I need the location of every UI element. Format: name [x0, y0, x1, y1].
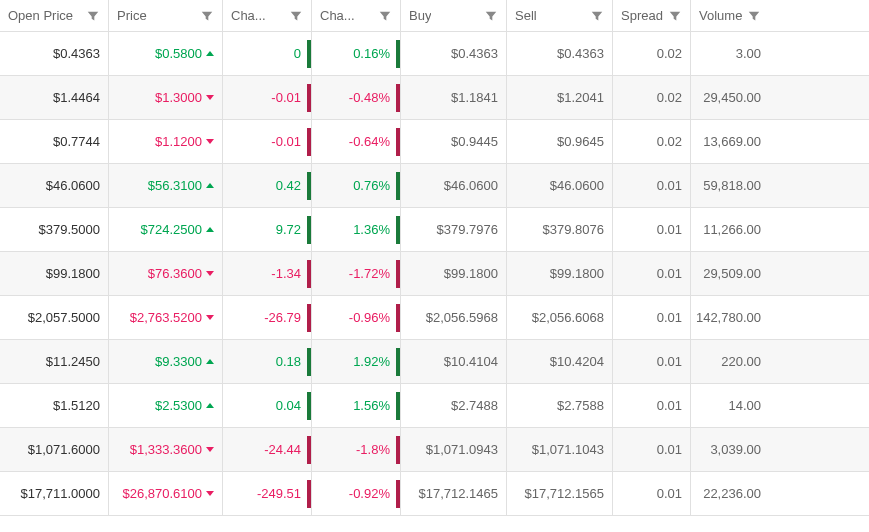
cell-open-price: $0.4363	[0, 32, 109, 75]
cell-volume: 11,266.00	[691, 208, 769, 251]
spread-value: 0.01	[657, 398, 682, 413]
change-percent-value: -0.64%	[349, 134, 390, 149]
change-percent-bar-icon	[396, 480, 400, 508]
change-bar-icon	[307, 304, 311, 332]
table-row[interactable]: $46.0600$56.31000.420.76%$46.0600$46.060…	[0, 164, 869, 208]
cell-change: -0.01	[223, 76, 312, 119]
change-bar-icon	[307, 480, 311, 508]
cell-sell: $46.0600	[507, 164, 613, 207]
volume-value: 14.00	[728, 398, 761, 413]
filter-icon[interactable]	[86, 9, 100, 23]
volume-value: 3.00	[736, 46, 761, 61]
change-value: -1.34	[271, 266, 301, 281]
cell-volume: 14.00	[691, 384, 769, 427]
cell-spread: 0.02	[613, 32, 691, 75]
spread-value: 0.01	[657, 310, 682, 325]
up-arrow-icon	[206, 227, 214, 232]
cell-price: $2.5300	[109, 384, 223, 427]
cell-open-price: $99.1800	[0, 252, 109, 295]
filter-icon[interactable]	[668, 9, 682, 23]
open-price-value: $17,711.0000	[20, 486, 100, 501]
cell-buy: $2.7488	[401, 384, 507, 427]
table-row[interactable]: $0.4363$0.580000.16%$0.4363$0.43630.023.…	[0, 32, 869, 76]
table-row[interactable]: $1.5120$2.53000.041.56%$2.7488$2.75880.0…	[0, 384, 869, 428]
change-value: -249.51	[257, 486, 301, 501]
change-value: 0	[294, 46, 301, 61]
col-header-spread[interactable]: Spread	[613, 0, 691, 31]
change-percent-bar-icon	[396, 128, 400, 156]
sell-value: $1,071.1043	[532, 442, 604, 457]
table-row[interactable]: $17,711.0000$26,870.6100-249.51-0.92%$17…	[0, 472, 869, 516]
cell-open-price: $17,711.0000	[0, 472, 109, 515]
open-price-value: $99.1800	[46, 266, 100, 281]
cell-spread: 0.01	[613, 208, 691, 251]
change-value: 0.42	[276, 178, 301, 193]
volume-value: 29,509.00	[703, 266, 761, 281]
buy-value: $0.9445	[451, 134, 498, 149]
cell-change-percent: 1.36%	[312, 208, 401, 251]
open-price-value: $1.4464	[53, 90, 100, 105]
cell-price: $76.3600	[109, 252, 223, 295]
change-percent-value: 1.92%	[353, 354, 390, 369]
cell-open-price: $2,057.5000	[0, 296, 109, 339]
filter-icon[interactable]	[200, 9, 214, 23]
sell-value: $46.0600	[550, 178, 604, 193]
table-row[interactable]: $1.4464$1.3000-0.01-0.48%$1.1841$1.20410…	[0, 76, 869, 120]
cell-buy: $379.7976	[401, 208, 507, 251]
change-percent-bar-icon	[396, 348, 400, 376]
buy-value: $46.0600	[444, 178, 498, 193]
col-header-volume[interactable]: Volume	[691, 0, 769, 31]
spread-value: 0.02	[657, 134, 682, 149]
cell-change: 0	[223, 32, 312, 75]
table-row[interactable]: $11.2450$9.33000.181.92%$10.4104$10.4204…	[0, 340, 869, 384]
sell-value: $379.8076	[543, 222, 604, 237]
filter-icon[interactable]	[747, 9, 761, 23]
table-row[interactable]: $0.7744$1.1200-0.01-0.64%$0.9445$0.96450…	[0, 120, 869, 164]
table-row[interactable]: $99.1800$76.3600-1.34-1.72%$99.1800$99.1…	[0, 252, 869, 296]
cell-change-percent: 0.16%	[312, 32, 401, 75]
cell-volume: 29,450.00	[691, 76, 769, 119]
filter-icon[interactable]	[378, 9, 392, 23]
cell-open-price: $46.0600	[0, 164, 109, 207]
col-header-change[interactable]: Cha...	[223, 0, 312, 31]
table-row[interactable]: $2,057.5000$2,763.5200-26.79-0.96%$2,056…	[0, 296, 869, 340]
sell-value: $99.1800	[550, 266, 604, 281]
col-header-price[interactable]: Price	[109, 0, 223, 31]
col-header-sell[interactable]: Sell	[507, 0, 613, 31]
change-bar-icon	[307, 216, 311, 244]
change-percent-value: -0.48%	[349, 90, 390, 105]
col-header-label: Cha...	[231, 8, 266, 23]
volume-value: 29,450.00	[703, 90, 761, 105]
cell-spread: 0.01	[613, 340, 691, 383]
col-header-buy[interactable]: Buy	[401, 0, 507, 31]
cell-sell: $2.7588	[507, 384, 613, 427]
change-percent-bar-icon	[396, 40, 400, 68]
change-percent-value: -0.96%	[349, 310, 390, 325]
price-value: $76.3600	[148, 266, 202, 281]
table-row[interactable]: $379.5000$724.25009.721.36%$379.7976$379…	[0, 208, 869, 252]
cell-spread: 0.01	[613, 384, 691, 427]
change-percent-value: 0.16%	[353, 46, 390, 61]
cell-change-percent: -0.64%	[312, 120, 401, 163]
volume-value: 142,780.00	[696, 310, 761, 325]
col-header-change-percent[interactable]: Cha...	[312, 0, 401, 31]
cell-sell: $1,071.1043	[507, 428, 613, 471]
sell-value: $0.9645	[557, 134, 604, 149]
cell-spread: 0.01	[613, 164, 691, 207]
filter-icon[interactable]	[289, 9, 303, 23]
volume-value: 11,266.00	[703, 222, 761, 237]
table-row[interactable]: $1,071.6000$1,333.3600-24.44-1.8%$1,071.…	[0, 428, 869, 472]
cell-price: $1,333.3600	[109, 428, 223, 471]
filter-icon[interactable]	[484, 9, 498, 23]
col-header-open[interactable]: Open Price	[0, 0, 109, 31]
buy-value: $99.1800	[444, 266, 498, 281]
change-value: 0.18	[276, 354, 301, 369]
cell-open-price: $1.4464	[0, 76, 109, 119]
change-percent-bar-icon	[396, 304, 400, 332]
buy-value: $10.4104	[444, 354, 498, 369]
change-bar-icon	[307, 40, 311, 68]
filter-icon[interactable]	[590, 9, 604, 23]
cell-spread: 0.01	[613, 428, 691, 471]
price-value: $2,763.5200	[130, 310, 202, 325]
cell-buy: $0.4363	[401, 32, 507, 75]
